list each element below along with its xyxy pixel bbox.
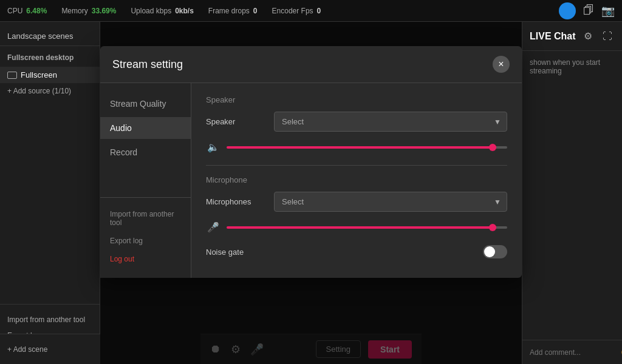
fullscreen-icon[interactable]: ⛶ xyxy=(600,29,615,44)
encoderfps-label: Encoder Fps xyxy=(272,7,313,15)
sidebar: Landscape scenes Fullscreen desktop Full… xyxy=(0,22,100,364)
memory-label: Memory xyxy=(61,7,87,15)
stream-setting-modal: Stream setting × Stream Quality Audio Re… xyxy=(100,46,522,278)
top-bar: CPU 6.48% Memory 33.69% Upload kbps 0kb/… xyxy=(0,0,622,22)
right-panel-icons: ⚙ ⛶ xyxy=(581,29,615,44)
microphone-label: Microphones xyxy=(206,197,267,206)
noise-gate-row: Noise gate xyxy=(206,245,507,258)
upload-label: Upload kbps xyxy=(131,7,171,15)
microphone-select[interactable]: Select xyxy=(274,192,507,212)
right-panel: LIVE Chat ⚙ ⛶ shown when you start strea… xyxy=(522,22,622,364)
encoderfps-value: 0 xyxy=(317,7,321,15)
modal-sidebar-bottom: Import from another tool Export log Log … xyxy=(100,197,191,268)
nav-stream-quality[interactable]: Stream Quality xyxy=(100,93,191,115)
modal-overlay[interactable]: Stream setting × Stream Quality Audio Re… xyxy=(100,22,522,364)
cpu-metric: CPU 6.48% xyxy=(7,7,47,15)
cpu-label: CPU xyxy=(7,7,22,15)
microphone-volume-icon: 🎤 xyxy=(206,221,220,233)
modal-content: Speaker Speaker Select ▼ 🔈 xyxy=(191,83,522,278)
top-icon-file[interactable]: 🗍 xyxy=(583,4,594,17)
microphone-row: Microphones Select ▼ xyxy=(206,192,507,212)
add-scene-button[interactable]: + Add scene xyxy=(0,334,100,364)
live-chat-label: LIVE Chat xyxy=(530,31,576,42)
monitor-icon xyxy=(7,72,17,79)
speaker-volume-slider[interactable] xyxy=(227,146,507,149)
modal-title: Stream setting xyxy=(112,58,183,71)
memory-value: 33.69% xyxy=(92,7,117,15)
modal-sidebar: Stream Quality Audio Record Import from … xyxy=(100,83,191,278)
encoderfps-metric: Encoder Fps 0 xyxy=(272,7,321,15)
modal-body: Stream Quality Audio Record Import from … xyxy=(100,83,522,278)
settings-gear-icon[interactable]: ⚙ xyxy=(581,29,595,44)
section-divider-microphone xyxy=(206,165,507,166)
modal-export-button[interactable]: Export log xyxy=(100,232,191,250)
upload-value: 0kb/s xyxy=(175,7,194,15)
cpu-value: 6.48% xyxy=(26,7,47,15)
add-scene-label: + Add scene xyxy=(7,345,47,354)
streaming-message: shown when you start streaming xyxy=(530,58,600,75)
upload-metric: Upload kbps 0kb/s xyxy=(131,7,193,15)
speaker-row: Speaker Select ▼ xyxy=(206,112,507,132)
add-source-button[interactable]: + Add source (1/10) xyxy=(0,83,100,99)
center-content: Stream setting × Stream Quality Audio Re… xyxy=(100,22,522,364)
framedrops-label: Frame drops xyxy=(208,7,250,15)
right-panel-body: shown when you start streaming xyxy=(522,51,622,340)
modal-header: Stream setting × xyxy=(100,46,522,83)
microphone-select-wrapper: Select ▼ xyxy=(274,192,507,212)
scenes-header: Landscape scenes xyxy=(0,27,100,46)
nav-audio[interactable]: Audio xyxy=(100,117,191,139)
speaker-select-wrapper: Select ▼ xyxy=(274,112,507,132)
noise-gate-label: Noise gate xyxy=(206,248,244,257)
modal-import-button[interactable]: Import from another tool xyxy=(100,205,191,232)
add-comment-bar: 😊 xyxy=(522,340,622,364)
top-icon-monitor[interactable]: 📷 xyxy=(601,4,615,18)
nav-record[interactable]: Record xyxy=(100,141,191,163)
import-tool-button[interactable]: Import from another tool xyxy=(0,312,100,328)
right-panel-header: LIVE Chat ⚙ ⛶ xyxy=(522,22,622,51)
framedrops-metric: Frame drops 0 xyxy=(208,7,258,15)
speaker-select[interactable]: Select xyxy=(274,112,507,132)
speaker-section-label: Speaker xyxy=(206,95,507,104)
source-fullscreen[interactable]: Fullscreen xyxy=(0,67,100,83)
speaker-label: Speaker xyxy=(206,117,267,126)
scene-name: Fullscreen desktop xyxy=(0,51,100,67)
modal-close-button[interactable]: × xyxy=(493,56,510,73)
memory-metric: Memory 33.69% xyxy=(61,7,116,15)
microphone-volume-row: 🎤 xyxy=(206,221,507,233)
framedrops-value: 0 xyxy=(253,7,258,15)
microphone-section-label: Microphone xyxy=(206,175,507,184)
source-label: Fullscreen xyxy=(21,70,57,79)
main-layout: Landscape scenes Fullscreen desktop Full… xyxy=(0,22,622,364)
noise-gate-toggle[interactable] xyxy=(483,245,507,258)
speaker-volume-row: 🔈 xyxy=(206,141,507,153)
add-comment-input[interactable] xyxy=(530,348,621,357)
modal-logout-button[interactable]: Log out xyxy=(100,250,191,268)
user-avatar[interactable] xyxy=(559,2,576,19)
toggle-knob xyxy=(484,246,495,257)
microphone-volume-slider[interactable] xyxy=(227,226,507,229)
speaker-volume-icon: 🔈 xyxy=(206,141,220,153)
